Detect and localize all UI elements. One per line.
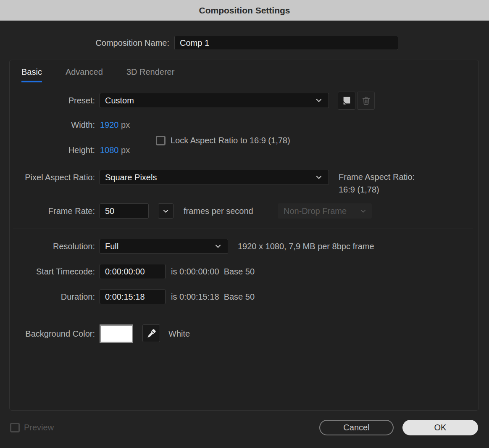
resolution-label: Resolution: — [10, 239, 95, 254]
frame-aspect-ratio-value: 16:9 (1,78) — [339, 183, 415, 196]
resolution-info: 1920 x 1080, 7,9 MB per 8bpc frame — [238, 239, 374, 254]
tab-3d-renderer[interactable]: 3D Renderer — [126, 67, 175, 82]
eyedropper-button[interactable] — [142, 324, 160, 342]
height-unit: px — [121, 145, 130, 155]
tab-advanced[interactable]: Advanced — [66, 67, 103, 82]
start-timecode-info: is 0:00:00:00 Base 50 — [171, 264, 255, 279]
height-label: Height: — [10, 144, 95, 156]
width-value[interactable]: 1920 — [100, 120, 119, 129]
chevron-down-icon — [315, 174, 323, 181]
trash-icon — [361, 95, 371, 106]
width-unit: px — [121, 120, 130, 129]
frame-rate-input[interactable] — [100, 203, 149, 219]
pixel-aspect-ratio-dropdown[interactable]: Square Pixels — [100, 170, 329, 185]
cancel-button[interactable]: Cancel — [319, 420, 394, 435]
start-timecode-input[interactable] — [100, 264, 166, 279]
frame-aspect-ratio-block: Frame Aspect Ratio: 16:9 (1,78) — [339, 171, 415, 196]
dialog-titlebar: Composition Settings — [0, 0, 489, 21]
frame-aspect-ratio-label: Frame Aspect Ratio: — [339, 171, 415, 183]
lock-aspect-ratio-row: Lock Aspect Ratio to 16:9 (1,78) — [156, 136, 290, 145]
preset-value: Custom — [105, 96, 315, 105]
chevron-down-icon — [315, 97, 323, 104]
composition-name-input[interactable] — [174, 36, 398, 50]
divider — [13, 315, 473, 315]
pixel-aspect-ratio-value: Square Pixels — [105, 173, 315, 182]
tab-bar: Basic Advanced 3D Renderer — [21, 67, 174, 82]
lock-aspect-ratio-checkbox[interactable] — [156, 136, 166, 145]
pixel-aspect-ratio-label: Pixel Aspect Ratio: — [10, 170, 95, 185]
chevron-down-icon — [162, 208, 169, 215]
duration-info: is 0:00:15:18 Base 50 — [171, 289, 255, 304]
start-timecode-label: Start Timecode: — [10, 264, 95, 279]
width-label: Width: — [10, 119, 95, 131]
divider — [13, 229, 473, 229]
frames-per-second-label: frames per second — [184, 203, 253, 219]
preset-label: Preset: — [10, 93, 95, 108]
frame-rate-dropdown-button[interactable] — [158, 203, 174, 219]
preview-row: Preview — [10, 423, 54, 432]
frame-rate-label: Frame Rate: — [10, 203, 95, 219]
background-color-name: White — [168, 324, 190, 343]
resolution-value: Full — [105, 242, 214, 251]
chevron-down-icon — [360, 208, 367, 215]
drop-frame-dropdown: Non-Drop Frame — [278, 203, 372, 219]
settings-panel: Basic Advanced 3D Renderer Preset: Custo… — [9, 60, 479, 411]
background-color-label: Background Color: — [10, 326, 95, 341]
height-value[interactable]: 1080 — [100, 145, 119, 155]
ok-button[interactable]: OK — [402, 420, 478, 435]
resolution-dropdown[interactable]: Full — [100, 239, 228, 254]
drop-frame-value: Non-Drop Frame — [284, 206, 360, 216]
save-preset-button[interactable] — [338, 92, 355, 110]
lock-aspect-ratio-label: Lock Aspect Ratio to 16:9 (1,78) — [171, 136, 290, 145]
composition-name-label: Composition Name: — [42, 36, 169, 50]
duration-input[interactable] — [100, 289, 166, 304]
chevron-down-icon — [214, 242, 222, 250]
save-preset-icon — [341, 95, 352, 106]
preset-dropdown[interactable]: Custom — [100, 93, 329, 108]
preview-label: Preview — [24, 423, 54, 432]
delete-preset-button[interactable] — [357, 92, 375, 110]
tab-basic[interactable]: Basic — [21, 67, 42, 82]
preview-checkbox[interactable] — [10, 423, 20, 432]
background-color-swatch[interactable] — [100, 324, 133, 343]
duration-label: Duration: — [10, 289, 95, 304]
eyedropper-icon — [146, 328, 157, 339]
dialog-title: Composition Settings — [199, 5, 290, 16]
